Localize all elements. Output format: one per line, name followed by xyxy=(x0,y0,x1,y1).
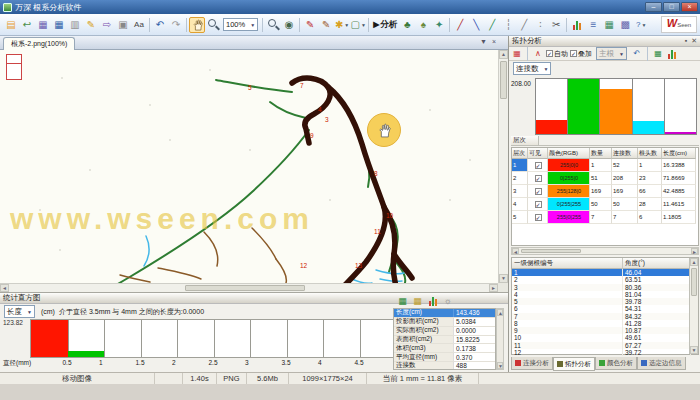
close-button[interactable]: × xyxy=(681,2,698,12)
measure-pen-brown-icon[interactable]: ✎ xyxy=(318,17,334,33)
data-list-icon[interactable]: ≡ xyxy=(585,17,601,33)
table-row[interactable]: 146.04 xyxy=(512,269,698,276)
zoom-out-icon[interactable] xyxy=(265,17,281,33)
pan-hand-icon[interactable] xyxy=(189,17,205,33)
tab-拓扑分析[interactable]: 拓扑分析 xyxy=(553,357,595,371)
seedling-analysis-icon[interactable]: ♠ xyxy=(415,17,431,33)
preview-eye-icon[interactable]: ◉ xyxy=(281,17,297,33)
export-excel-icon[interactable]: ▦ xyxy=(652,48,664,60)
scroll-left-icon[interactable]: ◄ xyxy=(0,284,9,292)
scroll-up-icon[interactable]: ▲ xyxy=(497,309,503,316)
scroll-up-icon[interactable]: ▲ xyxy=(690,258,698,266)
canvas-horizontal-scrollbar[interactable]: ◄ ► xyxy=(0,283,498,292)
copy-icon[interactable]: ▣ xyxy=(115,17,131,33)
table-row[interactable]: 841.28 xyxy=(512,320,698,327)
grid-icon[interactable]: ▩ xyxy=(617,17,633,33)
draw-line-gray-icon[interactable]: ╱ xyxy=(516,17,532,33)
hscroll-thumb[interactable] xyxy=(521,249,581,253)
stats-scrollbar[interactable]: ▲ ▼ xyxy=(496,308,504,370)
tab-list-dropdown-icon[interactable]: ▼ xyxy=(480,38,487,45)
table-row[interactable]: 263.51 xyxy=(512,276,698,283)
scroll-up-icon[interactable]: ▲ xyxy=(499,50,508,59)
checkbox-icon[interactable]: ✓ xyxy=(535,188,542,195)
scroll-right-icon[interactable]: ► xyxy=(489,284,498,292)
vscroll-thumb[interactable] xyxy=(500,61,507,99)
table-horizontal-scrollbar[interactable]: ◄ ► xyxy=(511,247,699,255)
checkbox-icon[interactable]: ✓ xyxy=(535,175,542,182)
table-row[interactable]: 481.04 xyxy=(512,291,698,298)
open-file-icon[interactable]: ▤ xyxy=(3,17,19,33)
checkbox-icon[interactable]: ✓ xyxy=(535,214,542,221)
chart-icon[interactable] xyxy=(426,295,439,307)
save-all-icon[interactable]: ▦ xyxy=(35,17,51,33)
measure-pen-red-icon[interactable]: ✎ xyxy=(302,17,318,33)
branch-angle-icon[interactable]: ∧ xyxy=(532,48,544,60)
leaf-analysis-icon[interactable]: ✦ xyxy=(431,17,447,33)
print-icon[interactable]: ▥ xyxy=(67,17,83,33)
auto-checkbox[interactable]: ✓自动 xyxy=(546,49,568,59)
draw-mark-icon[interactable]: ∶ xyxy=(532,17,548,33)
draw-line-red-icon[interactable]: ╱ xyxy=(452,17,468,33)
table-row[interactable]: 654.31 xyxy=(512,305,698,312)
table-row[interactable]: 910.87 xyxy=(512,327,698,334)
vscroll-thumb[interactable] xyxy=(691,268,697,296)
table-export-icon[interactable]: ▦ xyxy=(601,17,617,33)
image-tab[interactable]: 根系-2.png(100%) xyxy=(3,37,75,50)
analyze-button[interactable]: ▶分析 xyxy=(371,19,399,31)
table-row[interactable]: 1167.27 xyxy=(512,342,698,349)
table-row[interactable]: 1049.61 xyxy=(512,334,698,341)
table-row[interactable]: 3✓255|128|01691696642.4885 xyxy=(512,185,698,198)
zoom-level-combo[interactable]: 100%▼ xyxy=(223,18,258,31)
table-row[interactable]: 539.78 xyxy=(512,298,698,305)
angle-table-scrollbar[interactable]: ▲ ▼ xyxy=(689,258,698,354)
pin-icon[interactable]: ▪ xyxy=(685,37,687,45)
export-report-icon[interactable]: ⇨ xyxy=(99,17,115,33)
table-row[interactable]: 5✓255|0|2557761.1805 xyxy=(512,211,698,224)
zoom-in-icon[interactable] xyxy=(205,17,221,33)
checkbox-icon[interactable]: ✓ xyxy=(546,50,553,57)
scroll-right-icon[interactable]: ► xyxy=(691,248,698,254)
region-shape-icon[interactable]: ▢▼ xyxy=(350,17,366,33)
undo-icon[interactable]: ↶ xyxy=(152,17,168,33)
marker-star-icon[interactable]: ✱▼ xyxy=(334,17,350,33)
tab-颜色分析[interactable]: 颜色分析 xyxy=(595,357,637,370)
image-canvas[interactable]: 57439810111213 www.wseen.com xyxy=(0,50,498,283)
scroll-down-icon[interactable]: ▼ xyxy=(497,362,503,369)
close-tab-icon[interactable]: × xyxy=(492,38,496,45)
table-row[interactable]: 380.36 xyxy=(512,284,698,291)
draw-dots-icon[interactable]: ┆ xyxy=(500,17,516,33)
undo-icon[interactable]: ↶ xyxy=(631,48,643,60)
draw-line-green-icon[interactable]: ╱ xyxy=(484,17,500,33)
table-row[interactable]: 4✓0|255|25550502811.4615 xyxy=(512,198,698,211)
import-image-icon[interactable]: ↩ xyxy=(19,17,35,33)
draw-line-blue-icon[interactable]: ╲ xyxy=(468,17,484,33)
minimize-button[interactable]: – xyxy=(645,2,662,12)
flag-layer-icon[interactable]: ▦ xyxy=(511,48,523,60)
export-excel-icon[interactable]: ▦ xyxy=(396,295,409,307)
maximize-button[interactable]: □ xyxy=(663,2,680,12)
canvas-vertical-scrollbar[interactable]: ▲ ▼ xyxy=(498,50,508,283)
overlay-checkbox[interactable]: ✓叠加 xyxy=(570,49,592,59)
table-row[interactable]: 1✓255|0|0152116.3388 xyxy=(512,159,698,172)
edit-pencil-icon[interactable]: ✎ xyxy=(83,17,99,33)
hscroll-thumb[interactable] xyxy=(185,285,305,291)
checkbox-icon[interactable]: ✓ xyxy=(535,162,542,169)
chart-icon[interactable] xyxy=(569,17,585,33)
tab-连接分析[interactable]: 连接分析 xyxy=(511,357,553,370)
table-row[interactable]: 连接数488 xyxy=(394,362,495,370)
scroll-down-icon[interactable]: ▼ xyxy=(690,346,698,354)
scroll-down-icon[interactable]: ▼ xyxy=(499,274,508,283)
help-icon[interactable]: ?▼ xyxy=(633,17,649,33)
tab-选定边信息[interactable]: 选定边信息 xyxy=(637,357,686,370)
checkbox-icon[interactable]: ✓ xyxy=(535,201,542,208)
save-result-icon[interactable]: ▦ xyxy=(411,295,424,307)
cut-icon[interactable]: ✂ xyxy=(548,17,564,33)
table-row[interactable]: 1239.72 xyxy=(512,349,698,356)
text-label-icon[interactable]: Aa xyxy=(131,17,147,33)
scroll-left-icon[interactable]: ◄ xyxy=(512,248,519,254)
chart-icon[interactable] xyxy=(666,48,678,60)
topology-metric-combo[interactable]: 连接数 ▼ xyxy=(513,62,551,75)
table-row[interactable]: 784.32 xyxy=(512,313,698,320)
save-icon[interactable]: ▦ xyxy=(51,17,67,33)
close-panel-icon[interactable]: ✕ xyxy=(691,37,697,45)
